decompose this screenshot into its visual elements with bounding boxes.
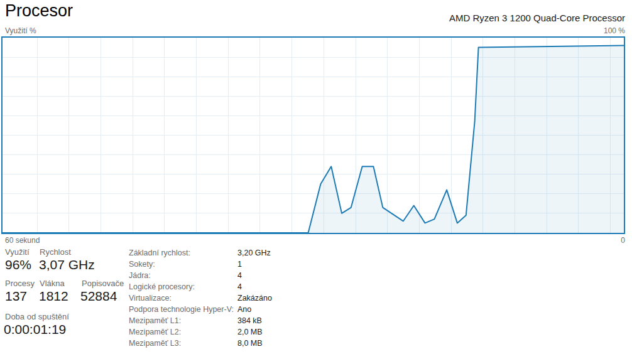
detail-row-cores: Jádra: 4 — [129, 270, 393, 281]
detail-row-l2-cache: Mezipaměť L2: 2,0 MB — [129, 326, 393, 338]
detail-value: 384 kB — [237, 315, 262, 326]
stat-threads-value: 1812 — [39, 289, 68, 304]
detail-value: Ano — [237, 304, 251, 315]
stat-utilization-value: 96% — [5, 257, 31, 272]
cpu-details-table: Základní rychlost: 3,20 GHz Sokety: 1 Já… — [129, 247, 393, 349]
detail-row-virtualization: Virtualizace: Zakázáno — [129, 292, 393, 304]
stat-threads-label: Vlákna — [40, 279, 65, 288]
detail-label: Jádra: — [129, 270, 237, 281]
detail-value: 4 — [237, 270, 242, 281]
stat-handles-value: 52884 — [80, 289, 117, 304]
cpu-performance-pane: Procesor AMD Ryzen 3 1200 Quad-Core Proc… — [0, 0, 632, 364]
chart-y-max-label: 100 % — [604, 26, 625, 35]
detail-value: 1 — [237, 259, 242, 270]
stat-speed-label: Rychlost — [40, 247, 71, 257]
detail-label: Mezipaměť L1: — [129, 315, 237, 326]
cpu-usage-chart[interactable] — [1, 36, 625, 234]
detail-label: Základní rychlost: — [129, 247, 237, 259]
detail-row-l1-cache: Mezipaměť L1: 384 kB — [129, 315, 393, 326]
usage-area-fill — [3, 45, 624, 233]
detail-row-hyperv: Podpora technologie Hyper-V: Ano — [129, 304, 393, 315]
detail-label: Mezipaměť L3: — [129, 338, 237, 349]
cpu-usage-chart-canvas[interactable] — [3, 38, 624, 233]
detail-value: 3,20 GHz — [237, 247, 271, 259]
stat-processes-value: 137 — [5, 289, 27, 304]
detail-value: 8,0 MB — [237, 338, 263, 349]
stat-uptime-value: 0:00:01:19 — [4, 322, 66, 337]
stat-uptime-label: Doba od spuštění — [5, 312, 69, 321]
chart-x-right-label: 0 — [621, 236, 625, 245]
detail-row-sockets: Sokety: 1 — [129, 259, 393, 270]
detail-row-logical-processors: Logické procesory: 4 — [129, 281, 393, 292]
detail-label: Sokety: — [129, 259, 237, 270]
detail-row-base-speed: Základní rychlost: 3,20 GHz — [129, 247, 393, 259]
detail-value: 4 — [237, 281, 242, 292]
chart-y-axis-label: Využití % — [5, 26, 36, 35]
processor-name: AMD Ryzen 3 1200 Quad-Core Processor — [449, 13, 625, 23]
page-title: Procesor — [5, 1, 73, 21]
detail-label: Mezipaměť L2: — [129, 326, 237, 338]
detail-label: Podpora technologie Hyper-V: — [129, 304, 237, 315]
detail-label: Virtualizace: — [129, 292, 237, 304]
detail-row-l3-cache: Mezipaměť L3: 8,0 MB — [129, 338, 393, 349]
detail-value: Zakázáno — [237, 292, 272, 304]
stat-utilization-label: Využití — [5, 247, 30, 257]
chart-x-left-label: 60 sekund — [5, 236, 40, 245]
stat-speed-value: 3,07 GHz — [39, 257, 95, 272]
stat-processes-label: Procesy — [5, 279, 35, 288]
stat-handles-label: Popisovače — [82, 279, 124, 288]
detail-value: 2,0 MB — [237, 326, 263, 338]
detail-label: Logické procesory: — [129, 281, 237, 292]
